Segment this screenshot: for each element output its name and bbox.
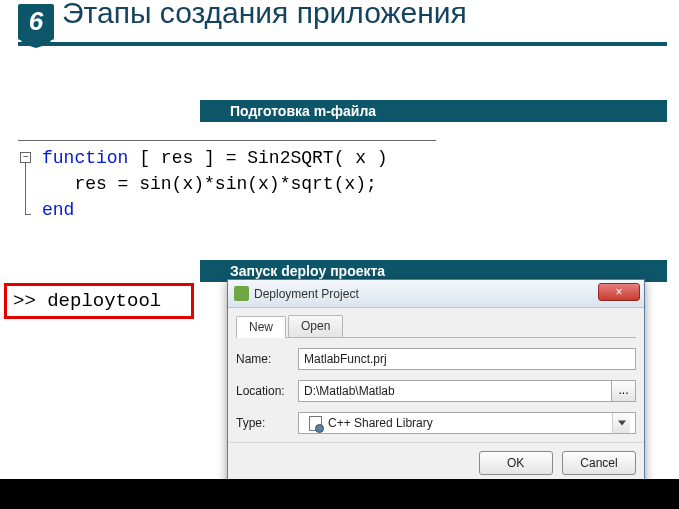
code-line-1: function [ res ] = Sin2SQRT( x ) <box>18 145 436 171</box>
function-signature: [ res ] = Sin2SQRT( x ) <box>128 148 387 168</box>
deploytool-command-box: >> deploytool <box>4 283 194 319</box>
fold-guide-line <box>25 163 26 215</box>
tab-new[interactable]: New <box>236 316 286 338</box>
row-type: Type: C++ Shared Library <box>236 412 636 434</box>
label-name: Name: <box>236 352 298 366</box>
chevron-down-icon <box>612 413 630 433</box>
type-option-icon <box>304 413 326 433</box>
dialog-title-text: Deployment Project <box>254 287 359 301</box>
tab-open[interactable]: Open <box>288 315 343 337</box>
deployment-project-dialog: Deployment Project × New Open Name: Matl… <box>227 279 645 484</box>
dialog-footer: OK Cancel <box>228 442 644 483</box>
fold-guide-cap <box>25 214 31 215</box>
fold-toggle-icon: − <box>20 152 31 163</box>
close-button[interactable]: × <box>598 283 640 301</box>
title-underline <box>18 42 667 46</box>
browse-button[interactable]: ... <box>612 380 636 402</box>
close-icon: × <box>615 285 622 299</box>
label-location: Location: <box>236 384 298 398</box>
bottom-black-strip <box>0 479 679 509</box>
code-line-3: end <box>18 197 436 223</box>
dialog-app-icon <box>234 286 249 301</box>
row-name: Name: MatlabFunct.prj <box>236 348 636 370</box>
slide-number-badge: 6 <box>18 4 54 40</box>
label-type: Type: <box>236 416 298 430</box>
code-block: − function [ res ] = Sin2SQRT( x ) res =… <box>18 140 436 223</box>
code-line-2: res = sin(x)*sin(x)*sqrt(x); <box>18 171 436 197</box>
slide-title: Этапы создания приложения <box>62 0 669 30</box>
section-bar-prepare: Подготовка m-файла <box>200 100 667 122</box>
row-location: Location: D:\Matlab\Matlab ... <box>236 380 636 402</box>
ok-button[interactable]: OK <box>479 451 553 475</box>
keyword-end: end <box>42 200 74 220</box>
code-divider <box>18 140 436 141</box>
dialog-titlebar: Deployment Project × <box>228 280 644 308</box>
cancel-button[interactable]: Cancel <box>562 451 636 475</box>
dialog-body: New Open Name: MatlabFunct.prj Location:… <box>228 308 644 442</box>
dialog-tabs: New Open <box>236 314 636 338</box>
location-input[interactable]: D:\Matlab\Matlab <box>298 380 612 402</box>
name-input[interactable]: MatlabFunct.prj <box>298 348 636 370</box>
keyword-function: function <box>42 148 128 168</box>
type-combobox[interactable]: C++ Shared Library <box>298 412 636 434</box>
type-selected-text: C++ Shared Library <box>326 413 612 433</box>
